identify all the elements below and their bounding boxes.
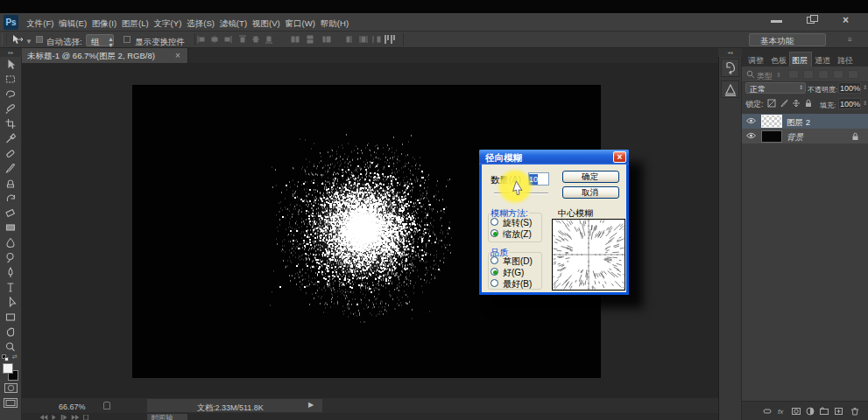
svg-text:fx: fx (778, 408, 784, 416)
